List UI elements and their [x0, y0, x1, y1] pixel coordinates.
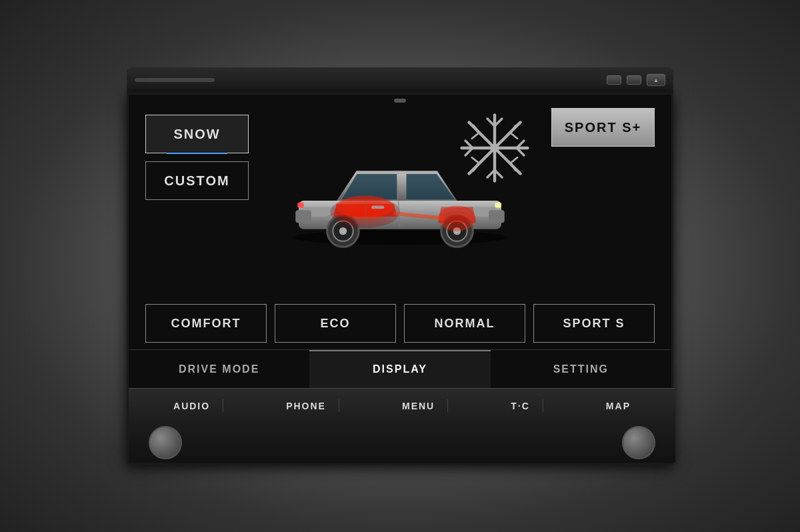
bezel-button-2[interactable]: [627, 75, 641, 85]
custom-mode-button[interactable]: CUSTOM: [145, 161, 249, 200]
snow-mode-button[interactable]: SNOW: [145, 115, 249, 153]
svg-rect-39: [413, 206, 425, 209]
map-button[interactable]: MAP: [593, 395, 644, 417]
screen-content: SNOW CUSTOM: [129, 95, 671, 349]
knob-area: [129, 423, 675, 463]
comfort-mode-button[interactable]: COMFORT: [145, 304, 267, 343]
left-buttons: SNOW CUSTOM: [145, 108, 249, 200]
left-knob[interactable]: [149, 426, 182, 459]
svg-point-21: [293, 230, 508, 245]
svg-rect-38: [371, 206, 384, 209]
phone-button[interactable]: PHONE: [273, 395, 339, 417]
normal-mode-button[interactable]: NORMAL: [404, 304, 525, 343]
tab-display[interactable]: DISPLAY: [309, 350, 490, 388]
svg-point-28: [339, 227, 347, 235]
bezel-button-1[interactable]: [607, 75, 621, 85]
disc-slot: [135, 78, 215, 82]
top-controls: ▲: [607, 74, 665, 86]
car-area: [255, 108, 545, 255]
svg-rect-25: [295, 210, 311, 223]
eco-mode-button[interactable]: ECO: [275, 304, 396, 343]
tc-button[interactable]: T∙C: [497, 395, 543, 417]
svg-point-33: [337, 195, 394, 218]
car-infotainment-unit: ▲ SNOW CUSTOM: [0, 0, 800, 532]
audio-button[interactable]: AUDIO: [160, 395, 223, 417]
screen-indicator: [394, 99, 406, 103]
top-bezel: ▲: [127, 67, 673, 93]
tab-drive-mode[interactable]: DRIVE MODE: [129, 350, 309, 388]
right-knob[interactable]: [622, 426, 655, 459]
menu-button[interactable]: MENU: [389, 395, 448, 417]
bottom-mode-buttons: COMFORT ECO NORMAL SPORT S: [145, 304, 655, 343]
physical-buttons: AUDIO PHONE MENU T∙C MAP: [129, 388, 675, 423]
tab-bar: DRIVE MODE DISPLAY SETTING: [129, 349, 671, 388]
screen-outer: SNOW CUSTOM: [127, 93, 673, 465]
svg-rect-24: [489, 210, 505, 223]
svg-rect-40: [495, 203, 502, 208]
svg-rect-23: [356, 171, 439, 174]
svg-rect-41: [297, 203, 304, 208]
eject-button[interactable]: ▲: [647, 74, 665, 86]
top-section: SNOW CUSTOM: [145, 108, 655, 292]
right-button-area: SPORT S+: [551, 108, 655, 147]
tab-setting[interactable]: SETTING: [491, 350, 671, 388]
main-screen: SNOW CUSTOM: [129, 95, 671, 388]
sport-s-plus-button[interactable]: SPORT S+: [551, 108, 655, 147]
sport-s-button[interactable]: SPORT S: [533, 304, 655, 343]
car-illustration: [273, 121, 527, 255]
